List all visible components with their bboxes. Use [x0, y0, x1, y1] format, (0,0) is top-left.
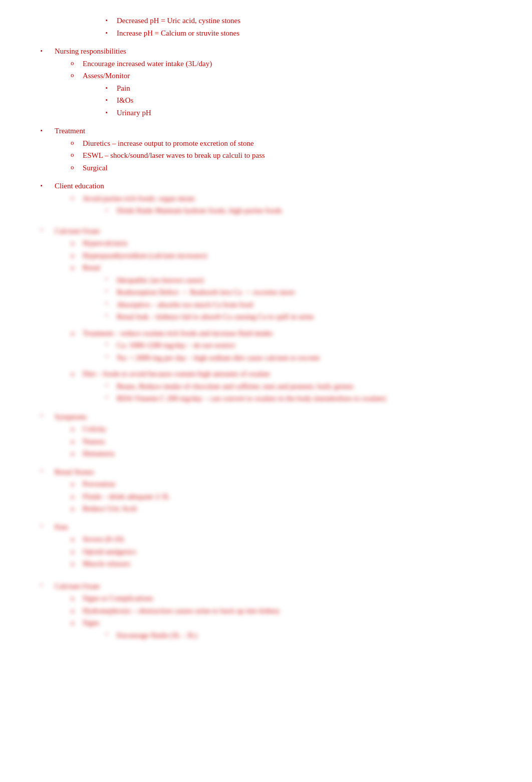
pain-bullet-icon: ▪: [106, 83, 117, 92]
bullet-icon: ▪: [106, 15, 117, 25]
blurred-final-item2: o Hydronephrosis – obstruction causes ur…: [71, 605, 491, 617]
blurred-lower-section: ▪ Calcium Oxate o Hypercalciuria o Hyper…: [41, 225, 491, 641]
blurred-final-header: ▪ Calcium Oxate: [41, 581, 491, 592]
blurred-final-item3: o Signs: [71, 617, 491, 629]
nursing-item-water: o Encourage increased water intake (3L/d…: [71, 58, 491, 70]
blurred-s1-sub4: ▪ Renal leak – kidneys fail to absorb Ca…: [106, 311, 491, 323]
blurred-s1-sub1: ▪ Ideopathic (no known cause): [106, 275, 491, 286]
water-intake-text: Encourage increased water intake (3L/day…: [83, 58, 212, 70]
diuretics-text: Diuretics – increase output to promote e…: [83, 138, 254, 149]
ios-bullet-icon: ▪: [106, 95, 117, 104]
blurred-s1-item2: o Hyperparathyroidism (calcium increases…: [71, 250, 491, 262]
main-content: ▪ Decreased pH = Uric acid, cystine ston…: [41, 15, 491, 641]
blurred-s3-d2: ▪ RDA Vitamin C 200 mg/day – can convert…: [106, 393, 491, 404]
blurred-symptoms-header: ▪ Symptoms: [41, 411, 491, 423]
assess-subitem-ios: ▪ I&Os: [106, 95, 491, 106]
client-education-bullet-icon: ▪: [41, 180, 55, 190]
blurred-renal3: o Reduce Uric Acid: [71, 503, 491, 514]
blurred-s1-item1: o Hypercalciuria: [71, 237, 491, 249]
blurred-sym3: o Hematuria: [71, 448, 491, 459]
blurred-renal2: o Fluids – drink adequate 2-3L: [71, 491, 491, 502]
blurred-s3-d1: ▪ Beans, Reduce intake of chocolate and …: [106, 381, 491, 392]
water-bullet-icon: o: [71, 58, 83, 68]
client-education-blurred-item: o Avoid purine-rich foods: organ meats: [71, 193, 491, 204]
eswl-bullet-icon: o: [71, 150, 83, 160]
blurred-s3-diet: o Diet – foods to avoid because contain …: [71, 368, 491, 380]
blurred-s1-item3: o Renal: [71, 262, 491, 274]
assess-text: Assess/Monitor: [83, 70, 130, 82]
client-education-blurred-sub: ▪ Drink fluids Maintain hydrate foods, h…: [106, 205, 491, 216]
assess-subitem-urinary-ph: ▪ Urinary pH: [106, 107, 491, 119]
blurred-s2-treat: o Treatment – reduce oxalate-rich foods …: [71, 328, 491, 339]
blurred-final-item1: o Signs or Complications: [71, 593, 491, 604]
nursing-bullet-icon: ▪: [41, 46, 55, 55]
blurred-renal-header: ▪ Renal Stones: [41, 466, 491, 478]
blurred-pain1: o Severe (8-10): [71, 534, 491, 545]
ce-sub-blurred-text: Drink fluids Maintain hydrate foods, hig…: [117, 205, 282, 216]
assess-bullet-icon: o: [71, 70, 83, 80]
blurred-s2-t1: ▪ Ca: 1000-1200 mg/day – do not restrict: [106, 340, 491, 351]
blurred-renal1: o Prevention: [71, 478, 491, 490]
blurred-final-sub1: ▪ Encourage fluids (3L - 3L): [106, 630, 491, 641]
decreased-ph-text: Decreased pH = Uric acid, cystine stones: [117, 15, 240, 27]
surgical-text: Surgical: [83, 162, 108, 174]
ce-sub-bullet-icon: ▪: [106, 205, 117, 214]
blurred-s1-sub3: ▪ Absorptive – absorbs too much Ca from …: [106, 299, 491, 311]
bullet-decreased-ph: ▪ Decreased pH = Uric acid, cystine ston…: [106, 15, 491, 27]
eswl-text: ESWL – shock/sound/laser waves to break …: [83, 150, 265, 161]
treatment-bullet-icon: ▪: [41, 125, 55, 135]
ce-blurred-text: Avoid purine-rich foods: organ meats: [83, 193, 195, 204]
urinary-ph-text: Urinary pH: [117, 107, 151, 119]
nursing-label: Nursing responsibilities: [55, 46, 126, 57]
nursing-item-assess: o Assess/Monitor: [71, 70, 491, 82]
blurred-s1-sub2: ▪ Reabsorption Defect → Reabsorb less Ca…: [106, 287, 491, 298]
blurred-pain3: o Muscle relaxers: [71, 558, 491, 570]
urinary-ph-bullet-icon: ▪: [106, 107, 117, 117]
nursing-section-header: ▪ Nursing responsibilities: [41, 46, 491, 57]
increase-ph-text: Increase pH = Calcium or struvite stones: [117, 28, 239, 39]
blurred-s2-t2: ▪ Na: < 2000 mg per day – high sodium di…: [106, 352, 491, 364]
blurred-sym1: o Colicky: [71, 423, 491, 435]
assess-subitem-pain: ▪ Pain: [106, 83, 491, 94]
treatment-section-header: ▪ Treatment: [41, 125, 491, 137]
treatment-item-eswl: o ESWL – shock/sound/laser waves to brea…: [71, 150, 491, 161]
diuretics-bullet-icon: o: [71, 138, 83, 148]
client-education-label: Client education: [55, 180, 104, 192]
ce-bullet-icon: o: [71, 193, 83, 203]
bullet-icon: ▪: [106, 28, 117, 37]
treatment-item-surgical: o Surgical: [71, 162, 491, 174]
client-education-section-header: ▪ Client education: [41, 180, 491, 192]
bullet-increase-ph: ▪ Increase pH = Calcium or struvite ston…: [106, 28, 491, 39]
blurred-pain-header: ▪ Pain: [41, 522, 491, 533]
pain-text: Pain: [117, 83, 130, 94]
ios-text: I&Os: [117, 95, 133, 106]
blurred-section1-header: ▪ Calcium Oxate: [41, 225, 491, 237]
blurred-pain2: o Opioid analgesics: [71, 546, 491, 558]
blurred-sym2: o Nausea: [71, 436, 491, 447]
treatment-item-diuretics: o Diuretics – increase output to promote…: [71, 138, 491, 149]
treatment-label: Treatment: [55, 125, 85, 137]
surgical-bullet-icon: o: [71, 162, 83, 172]
